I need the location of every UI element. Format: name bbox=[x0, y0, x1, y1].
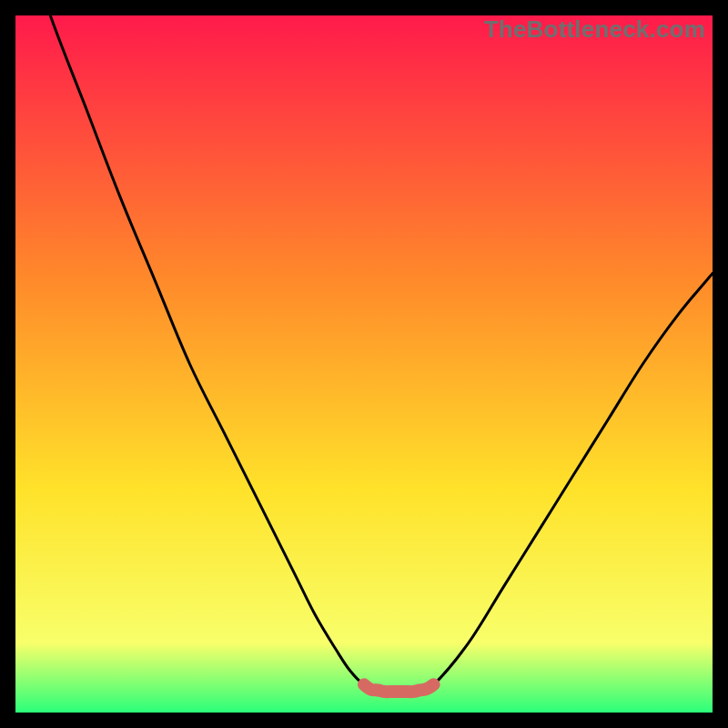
optimal-range-marker bbox=[364, 684, 434, 692]
gradient-background bbox=[15, 15, 713, 713]
chart-frame: TheBottleneck.com bbox=[15, 15, 713, 713]
watermark-text: TheBottleneck.com bbox=[484, 15, 705, 44]
chart-svg bbox=[15, 15, 713, 713]
